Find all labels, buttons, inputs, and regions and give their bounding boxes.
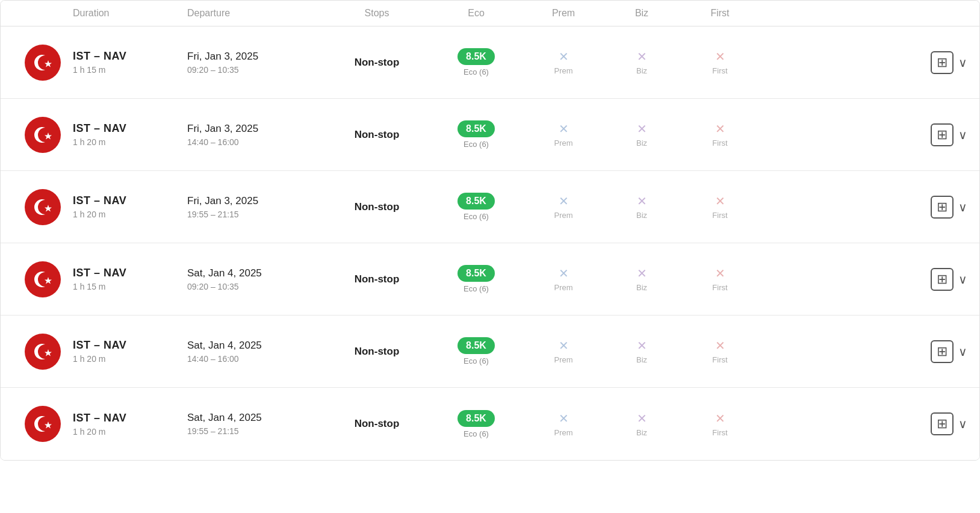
- col-logo: [13, 406, 73, 442]
- add-flight-button[interactable]: ⊞: [931, 123, 954, 146]
- biz-unavailable-icon: ✕: [603, 49, 681, 64]
- header-duration: Duration: [73, 8, 187, 19]
- prem-label: Prem: [524, 283, 603, 292]
- svg-point-2: [28, 120, 57, 149]
- col-duration: IST – NAV 1 h 20 m: [73, 339, 187, 364]
- first-label: First: [681, 138, 759, 148]
- expand-flight-button[interactable]: ∨: [958, 417, 967, 431]
- departure-time: 09:20 – 10:35: [187, 65, 326, 75]
- chevron-down-icon: ∨: [958, 201, 967, 214]
- col-first: ✕ First: [681, 194, 759, 220]
- col-logo: [13, 189, 73, 225]
- first-unavailable-icon: ✕: [681, 49, 759, 64]
- prem-label: Prem: [524, 428, 603, 437]
- add-flight-button[interactable]: ⊞: [931, 268, 954, 291]
- biz-label: Biz: [603, 355, 681, 364]
- col-prem: ✕ Prem: [524, 194, 603, 220]
- first-label: First: [681, 355, 759, 364]
- header-stops: Stops: [326, 8, 428, 19]
- biz-label: Biz: [603, 138, 681, 148]
- biz-unavailable-icon: ✕: [603, 266, 681, 281]
- airline-logo: [25, 334, 61, 370]
- first-unavailable-icon: ✕: [681, 338, 759, 353]
- add-icon: ⊞: [937, 199, 947, 215]
- departure-time: 14:40 – 16:00: [187, 137, 326, 147]
- eco-badge[interactable]: 8.5K: [457, 265, 495, 282]
- eco-badge[interactable]: 8.5K: [457, 193, 495, 210]
- departure-date: Sat, Jan 4, 2025: [187, 412, 326, 424]
- col-actions: ⊞ ∨: [759, 123, 967, 146]
- departure-date: Sat, Jan 4, 2025: [187, 340, 326, 352]
- prem-unavailable-icon: ✕: [524, 411, 603, 426]
- col-biz: ✕ Biz: [603, 266, 681, 292]
- add-flight-button[interactable]: ⊞: [931, 412, 954, 435]
- col-departure: Sat, Jan 4, 2025 09:20 – 10:35: [187, 267, 326, 291]
- prem-unavailable-icon: ✕: [524, 49, 603, 64]
- route-duration: 1 h 20 m: [73, 210, 187, 219]
- col-departure: Sat, Jan 4, 2025 19:55 – 21:15: [187, 412, 326, 436]
- chevron-down-icon: ∨: [958, 345, 967, 358]
- eco-label: Eco (6): [428, 140, 524, 149]
- stops-label: Non-stop: [355, 273, 400, 285]
- chevron-down-icon: ∨: [958, 56, 967, 69]
- col-stops: Non-stop: [326, 418, 428, 430]
- add-flight-button[interactable]: ⊞: [931, 196, 954, 219]
- route-duration: 1 h 20 m: [73, 137, 187, 147]
- expand-flight-button[interactable]: ∨: [958, 128, 967, 142]
- col-departure: Fri, Jan 3, 2025 14:40 – 16:00: [187, 123, 326, 147]
- eco-badge[interactable]: 8.5K: [457, 337, 495, 354]
- prem-label: Prem: [524, 138, 603, 148]
- route-duration: 1 h 15 m: [73, 65, 187, 75]
- stops-label: Non-stop: [355, 201, 400, 213]
- col-logo: [13, 45, 73, 81]
- prem-unavailable-icon: ✕: [524, 266, 603, 281]
- route-name: IST – NAV: [73, 194, 187, 207]
- col-actions: ⊞ ∨: [759, 51, 967, 74]
- col-duration: IST – NAV 1 h 20 m: [73, 412, 187, 437]
- svg-point-0: [28, 48, 57, 77]
- col-prem: ✕ Prem: [524, 49, 603, 75]
- table-row: IST – NAV 1 h 15 m Sat, Jan 4, 2025 09:2…: [1, 243, 979, 316]
- header-biz: Biz: [603, 8, 681, 19]
- eco-badge[interactable]: 8.5K: [457, 410, 495, 427]
- biz-label: Biz: [603, 66, 681, 75]
- col-first: ✕ First: [681, 338, 759, 364]
- add-flight-button[interactable]: ⊞: [931, 340, 954, 363]
- expand-flight-button[interactable]: ∨: [958, 272, 967, 287]
- prem-unavailable-icon: ✕: [524, 194, 603, 208]
- add-flight-button[interactable]: ⊞: [931, 51, 954, 74]
- route-duration: 1 h 20 m: [73, 427, 187, 437]
- table-row: IST – NAV 1 h 20 m Sat, Jan 4, 2025 14:4…: [1, 316, 979, 388]
- expand-flight-button[interactable]: ∨: [958, 55, 967, 70]
- col-stops: Non-stop: [326, 57, 428, 69]
- prem-unavailable-icon: ✕: [524, 338, 603, 353]
- col-prem: ✕ Prem: [524, 338, 603, 364]
- col-prem: ✕ Prem: [524, 122, 603, 148]
- eco-badge[interactable]: 8.5K: [457, 48, 495, 65]
- col-first: ✕ First: [681, 122, 759, 148]
- prem-label: Prem: [524, 211, 603, 220]
- eco-badge[interactable]: 8.5K: [457, 120, 495, 137]
- col-stops: Non-stop: [326, 201, 428, 213]
- prem-unavailable-icon: ✕: [524, 122, 603, 136]
- route-name: IST – NAV: [73, 122, 187, 135]
- col-stops: Non-stop: [326, 129, 428, 141]
- col-departure: Fri, Jan 3, 2025 19:55 – 21:15: [187, 195, 326, 219]
- col-actions: ⊞ ∨: [759, 196, 967, 219]
- first-unavailable-icon: ✕: [681, 194, 759, 208]
- col-actions: ⊞ ∨: [759, 412, 967, 435]
- first-unavailable-icon: ✕: [681, 266, 759, 281]
- eco-label: Eco (6): [428, 429, 524, 438]
- col-actions: ⊞ ∨: [759, 340, 967, 363]
- col-duration: IST – NAV 1 h 20 m: [73, 122, 187, 147]
- col-duration: IST – NAV 1 h 15 m: [73, 50, 187, 75]
- stops-label: Non-stop: [355, 57, 400, 68]
- col-eco: 8.5K Eco (6): [428, 337, 524, 365]
- route-name: IST – NAV: [73, 50, 187, 63]
- expand-flight-button[interactable]: ∨: [958, 344, 967, 359]
- expand-flight-button[interactable]: ∨: [958, 200, 967, 214]
- svg-point-10: [28, 409, 57, 438]
- eco-label: Eco (6): [428, 356, 524, 365]
- chevron-down-icon: ∨: [958, 128, 967, 141]
- col-biz: ✕ Biz: [603, 338, 681, 364]
